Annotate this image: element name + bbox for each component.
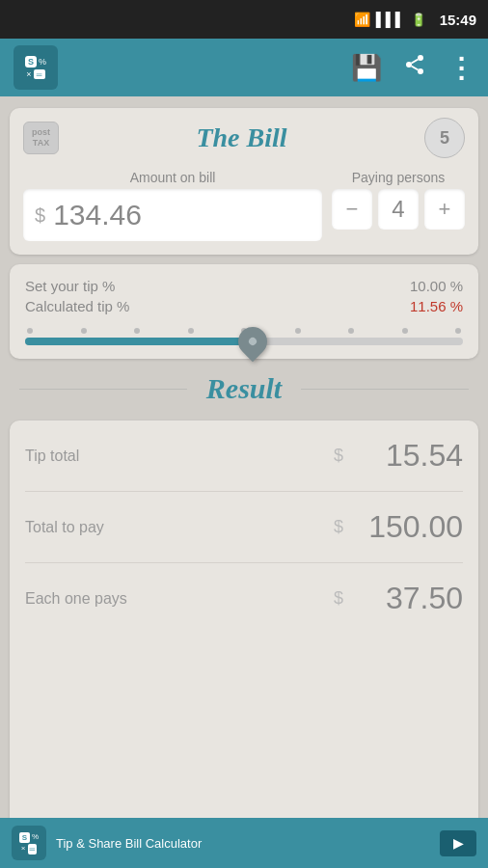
bill-header: post TAX The Bill 5 xyxy=(23,118,465,158)
ad-text: Tip & Share Bill Calculator xyxy=(56,836,202,851)
status-bar: 📶 ▌▌▌ 🔋 15:49 xyxy=(0,0,488,39)
each-pays-label: Each one pays xyxy=(25,590,334,608)
tip-calc-value: 11.56 % xyxy=(410,298,463,314)
amount-value: 134.46 xyxy=(53,199,142,231)
toolbar-left: S % × ═ xyxy=(14,45,58,90)
amount-row: Amount on bill $ 134.46 Paying persons −… xyxy=(23,170,465,241)
more-icon[interactable]: ⋮ xyxy=(447,52,474,84)
tip-set-row: Set your tip % 10.00 % xyxy=(25,278,463,294)
persons-box: Paying persons − 4 + xyxy=(332,170,465,230)
share-icon[interactable] xyxy=(403,53,426,82)
slider-thumb[interactable] xyxy=(232,321,273,362)
each-pays-dollar: $ xyxy=(334,588,343,609)
slider-dot xyxy=(188,328,194,334)
slider-fill xyxy=(25,338,253,345)
decrement-button[interactable]: − xyxy=(332,189,372,230)
slider-dot xyxy=(134,328,140,334)
status-icons: 📶 ▌▌▌ 🔋 xyxy=(354,12,426,27)
persons-controls: − 4 + xyxy=(332,189,465,230)
bill-section: post TAX The Bill 5 Amount on bill $ 134… xyxy=(10,108,478,255)
persons-value: 4 xyxy=(378,189,419,230)
save-icon[interactable]: 💾 xyxy=(351,53,382,83)
ad-bar: S % × ═ Tip & Share Bill Calculator ▶ xyxy=(0,818,488,868)
tip-calc-label: Calculated tip % xyxy=(25,298,129,314)
app-icon: S % × ═ xyxy=(14,45,58,90)
slider-dot xyxy=(27,328,33,334)
svg-line-3 xyxy=(412,67,419,70)
tip-total-dollar: $ xyxy=(334,446,343,466)
slider-dot xyxy=(455,328,461,334)
each-pays-value: 37.50 xyxy=(357,581,463,616)
tip-total-row: Tip total $ 15.54 xyxy=(25,420,463,492)
svg-point-0 xyxy=(418,55,423,61)
amount-input[interactable]: $ 134.46 xyxy=(23,189,322,241)
slider-thumb-inner xyxy=(247,336,258,346)
signal-icon: ▌▌▌ xyxy=(376,12,405,27)
increment-button[interactable]: + xyxy=(424,189,465,230)
divider-left xyxy=(19,389,187,390)
ad-install-button[interactable]: ▶ xyxy=(440,830,476,856)
svg-line-4 xyxy=(412,60,419,64)
result-title: Result xyxy=(206,372,282,405)
svg-point-1 xyxy=(406,62,412,68)
tip-slider[interactable] xyxy=(25,338,463,345)
tip-section: Set your tip % 10.00 % Calculated tip % … xyxy=(10,264,478,359)
battery-icon: 🔋 xyxy=(411,13,426,27)
each-pays-row: Each one pays $ 37.50 xyxy=(25,563,463,634)
wifi-icon: 📶 xyxy=(354,12,370,27)
result-title-row: Result xyxy=(10,372,478,405)
amount-box: Amount on bill $ 134.46 xyxy=(23,170,322,241)
tip-calc-row: Calculated tip % 11.56 % xyxy=(25,298,463,314)
result-section: Tip total $ 15.54 Total to pay $ 150.00 … xyxy=(10,420,478,856)
total-pay-dollar: $ xyxy=(334,517,343,537)
slider-dot xyxy=(295,328,301,334)
amount-label: Amount on bill xyxy=(23,170,322,185)
ad-icon: S % × ═ xyxy=(12,826,46,860)
tip-total-label: Tip total xyxy=(25,448,334,465)
status-time: 15:49 xyxy=(440,12,476,28)
slider-dot xyxy=(348,328,354,334)
main-content: post TAX The Bill 5 Amount on bill $ 134… xyxy=(0,96,488,868)
persons-label: Paying persons xyxy=(352,170,446,185)
tip-set-label: Set your tip % xyxy=(25,278,115,294)
post-tax-button[interactable]: post TAX xyxy=(23,122,59,154)
coin-label: 5 xyxy=(440,128,449,149)
svg-point-2 xyxy=(418,68,423,74)
total-pay-value: 150.00 xyxy=(357,509,463,545)
tip-total-value: 15.54 xyxy=(357,438,463,474)
divider-right xyxy=(301,389,469,390)
slider-dot xyxy=(81,328,87,334)
toolbar: S % × ═ 💾 ⋮ xyxy=(0,39,488,96)
tip-set-value: 10.00 % xyxy=(410,278,463,294)
bill-title: The Bill xyxy=(59,122,424,153)
tip-slider-container xyxy=(25,328,463,345)
total-pay-row: Total to pay $ 150.00 xyxy=(25,492,463,563)
dollar-sign: $ xyxy=(35,204,45,227)
slider-dot xyxy=(402,328,408,334)
toolbar-actions: 💾 ⋮ xyxy=(351,52,474,84)
coin-button[interactable]: 5 xyxy=(424,118,465,158)
total-pay-label: Total to pay xyxy=(25,519,334,536)
